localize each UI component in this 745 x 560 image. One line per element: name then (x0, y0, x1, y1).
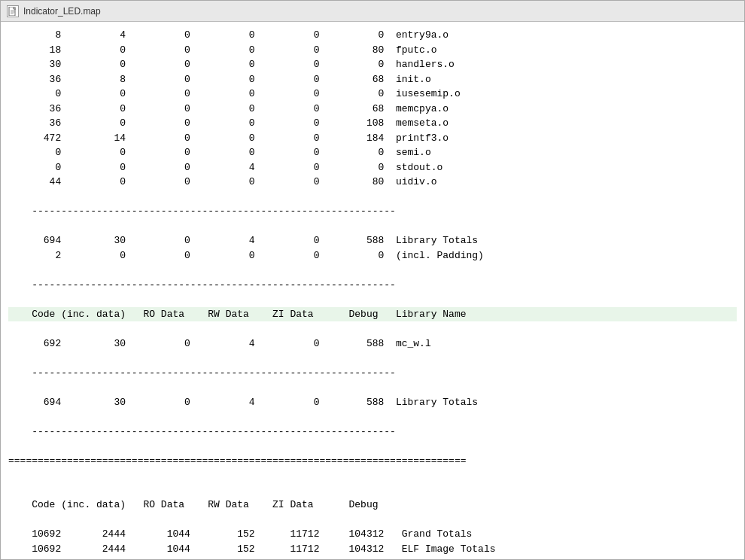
highlighted-line: Code (inc. data) RO Data RW Data ZI Data… (8, 307, 737, 322)
title-bar: Indicator_LED.map (1, 1, 744, 22)
main-window: Indicator_LED.map 8 4 0 0 0 0 entry9a.o … (0, 0, 745, 560)
file-icon (7, 5, 19, 17)
content-area[interactable]: 8 4 0 0 0 0 entry9a.o 18 0 0 0 0 80 fput… (1, 22, 744, 559)
code-block: 8 4 0 0 0 0 entry9a.o 18 0 0 0 0 80 fput… (1, 28, 744, 559)
window-title: Indicator_LED.map (23, 6, 101, 17)
